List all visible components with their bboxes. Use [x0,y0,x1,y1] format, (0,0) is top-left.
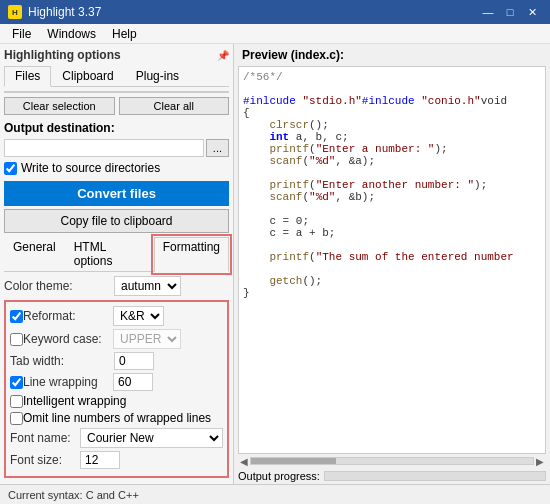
omit-line-numbers-label: Omit line numbers of wrapped lines [23,411,211,425]
title-bar: H Highlight 3.37 — □ ✕ [0,0,550,24]
convert-files-button[interactable]: Convert files [4,181,229,206]
bottom-tabs-row: General HTML options Formatting [4,237,229,272]
keyword-case-row: Keyword case: UPPER [10,329,223,349]
status-text: Current syntax: C and C++ [8,489,139,501]
menu-file[interactable]: File [4,26,39,41]
horizontal-scrollbar[interactable] [250,457,534,465]
write-to-source-label: Write to source directories [21,161,160,175]
formatting-options-section: Reformat: K&R Keyword case: UPPER Tab wi… [4,300,229,478]
tab-clipboard[interactable]: Clipboard [51,66,124,86]
reformat-checkbox[interactable] [10,310,23,323]
progress-track [324,471,546,481]
status-bar: Current syntax: C and C++ [0,484,550,504]
window-controls: — □ ✕ [478,4,542,20]
font-name-label: Font name: [10,431,80,445]
font-name-row: Font name: Courier New [10,428,223,448]
clear-all-button[interactable]: Clear all [119,97,230,115]
browse-button[interactable]: ... [206,139,229,157]
keyword-case-checkbox[interactable] [10,333,23,346]
tab-width-row: Tab width: [10,352,223,370]
preview-header: Preview (index.c): [234,44,550,66]
output-dest-input[interactable] [4,139,204,157]
tab-plugins[interactable]: Plug-ins [125,66,190,86]
tab-width-input[interactable] [114,352,154,370]
omit-line-numbers-checkbox[interactable] [10,412,23,425]
maximize-button[interactable]: □ [500,4,520,20]
scrollbar-thumb [251,458,336,464]
main-container: Highlighting options 📌 Files Clipboard P… [0,44,550,484]
horizontal-scrollbar-row: ◀ ▶ [234,454,550,468]
write-to-source-checkbox[interactable] [4,162,17,175]
tab-general[interactable]: General [4,237,65,271]
scroll-right-arrow[interactable]: ▶ [534,456,546,467]
color-theme-row: Color theme: autumn [4,276,229,296]
line-wrapping-checkbox[interactable] [10,376,23,389]
output-progress-row: Output progress: [234,468,550,484]
left-panel: Highlighting options 📌 Files Clipboard P… [0,44,234,484]
font-size-label: Font size: [10,453,80,467]
write-to-source-row: Write to source directories [4,161,229,175]
font-size-row: Font size: [10,451,223,469]
panel-header: Highlighting options 📌 [4,48,229,62]
font-size-input[interactable] [80,451,120,469]
file-tabs-row: Files Clipboard Plug-ins [4,66,229,87]
color-theme-label: Color theme: [4,279,114,293]
copy-clipboard-button[interactable]: Copy file to clipboard [4,209,229,233]
pin-icon[interactable]: 📌 [217,50,229,61]
keyword-case-select[interactable]: UPPER [113,329,181,349]
app-icon: H [8,5,22,19]
menu-bar: File Windows Help [0,24,550,44]
menu-help[interactable]: Help [104,26,145,41]
tab-width-label: Tab width: [10,354,114,368]
keyword-case-label: Keyword case: [23,332,113,346]
font-name-select[interactable]: Courier New [80,428,223,448]
output-dest-label: Output destination: [4,121,229,135]
line-wrapping-label: Line wrapping [23,375,113,389]
right-panel: Preview (index.c): /*56*/ #inlcude "stdi… [234,44,550,484]
intelligent-wrap-checkbox[interactable] [10,395,23,408]
omit-line-numbers-row: Omit line numbers of wrapped lines [10,411,223,425]
color-theme-select[interactable]: autumn [114,276,181,296]
reformat-select[interactable]: K&R [113,306,164,326]
line-wrap-value-input[interactable] [113,373,153,391]
menu-windows[interactable]: Windows [39,26,104,41]
close-button[interactable]: ✕ [522,4,542,20]
code-preview: /*56*/ #inlcude "stdio.h"#inlcude "conio… [238,66,546,454]
panel-title: Highlighting options [4,48,121,62]
file-list-area: 📁 Choose input files 📄 ilovefreesoftware… [4,91,229,93]
reformat-label: Reformat: [23,309,113,323]
output-progress-label: Output progress: [238,470,320,482]
tab-formatting[interactable]: Formatting [154,237,229,272]
tab-html-options[interactable]: HTML options [65,237,154,271]
clear-selection-button[interactable]: Clear selection [4,97,115,115]
output-dest-row: ... [4,139,229,157]
scroll-left-arrow[interactable]: ◀ [238,456,250,467]
intelligent-wrap-row: Intelligent wrapping [10,394,223,408]
app-title: H Highlight 3.37 [8,5,101,19]
tab-files[interactable]: Files [4,66,51,87]
intelligent-wrap-label: Intelligent wrapping [23,394,126,408]
reformat-row: Reformat: K&R [10,306,223,326]
file-action-buttons: Clear selection Clear all [4,97,229,115]
line-wrapping-row: Line wrapping [10,373,223,391]
choose-files-row: 📁 Choose input files [5,92,228,93]
formatting-panel: Color theme: autumn Reformat: K&R [4,272,229,482]
minimize-button[interactable]: — [478,4,498,20]
